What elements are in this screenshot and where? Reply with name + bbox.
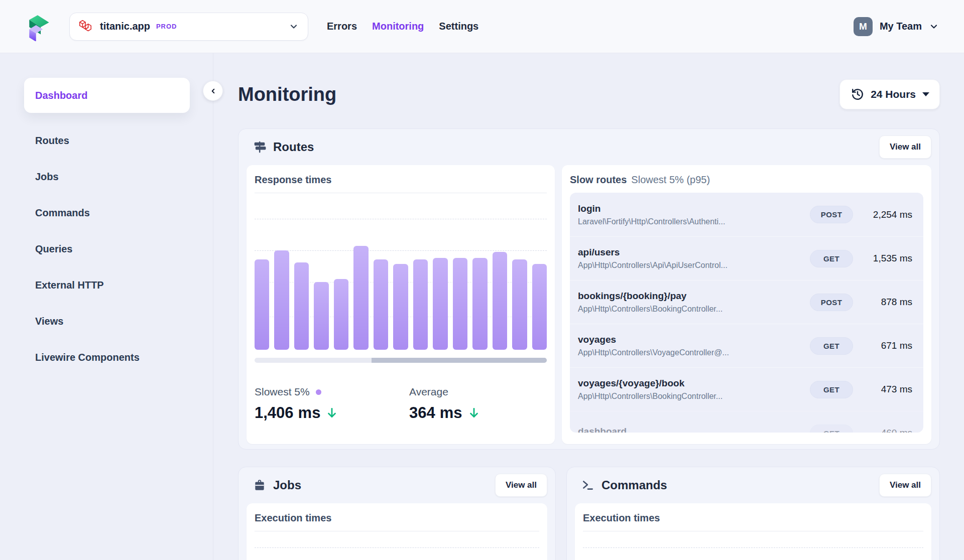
sidebar-item-external-http[interactable]: External HTTP [0,267,213,303]
slow-routes-card: Slow routes Slowest 5% (p95) login Larav… [562,165,931,444]
sidebar-item-queries[interactable]: Queries [0,231,213,267]
main-content: Monitoring 24 Hours Routes [213,53,964,560]
route-time: 460 ms [853,428,912,433]
chart-bar [453,258,467,350]
team-name: My Team [880,21,922,32]
jobs-execution-times-card: Execution times [247,503,547,560]
routes-panel: Routes View all Response times [238,128,940,450]
route-time: 671 ms [853,340,912,351]
slow-routes-title: Slow routes [570,174,627,186]
jobs-panel: Jobs View all Execution times [238,467,556,560]
method-badge: POST [810,294,853,311]
route-row[interactable]: bookings/{booking}/pay App\Http\Controll… [570,280,923,324]
team-menu[interactable]: M My Team [854,17,939,36]
page-title: Monitoring [238,84,336,105]
chart-scrollbar [255,358,547,363]
route-row[interactable]: voyages/{voyage}/book App\Http\Controlle… [570,367,923,411]
flare-logo-icon[interactable] [24,11,55,42]
average-stat: Average 364 ms [409,386,480,422]
route-row[interactable]: api/users App\Http\Controllers\Api\ApiUs… [570,236,923,280]
chart-bar [413,259,428,350]
trend-down-icon [467,406,480,419]
sidebar-item-jobs[interactable]: Jobs [0,159,213,195]
time-range-button[interactable]: 24 Hours [839,79,940,109]
chart-bar [393,264,408,350]
chart-bar [353,246,368,350]
chart-bar [255,259,269,350]
method-badge: GET [810,250,853,267]
chart-bar [274,250,289,350]
jobs-view-all-button[interactable]: View all [495,474,547,497]
nav-errors[interactable]: Errors [327,21,357,32]
divider [255,531,539,531]
commands-execution-times-card: Execution times [575,503,931,560]
chart-bar [472,258,487,350]
sidebar-item-dashboard[interactable]: Dashboard [24,78,190,113]
topbar: titanic.app PROD Errors Monitoring Setti… [0,0,964,53]
response-times-chart [255,199,547,350]
chart-bar [512,259,527,350]
commands-panel: Commands View all Execution times [566,467,940,560]
gridline [583,547,923,548]
sidebar-item-commands[interactable]: Commands [0,195,213,231]
commands-panel-title: Commands [601,478,667,492]
route-time: 2,254 ms [853,209,912,220]
sidebar: Dashboard Routes Jobs Commands Queries E… [0,53,213,560]
chart-scrollbar-thumb[interactable] [372,358,547,363]
avatar: M [854,17,873,36]
sidebar-item-label: Dashboard [35,90,87,101]
nav-monitoring[interactable]: Monitoring [372,21,424,32]
chart-bar [433,258,447,350]
chart-bar [374,259,388,350]
slowest-5-stat: Slowest 5% 1,406 ms [255,386,409,422]
sidebar-item-routes[interactable]: Routes [0,122,213,159]
chevron-left-icon [209,87,217,95]
series-marker-dot [316,389,321,395]
method-badge: GET [810,337,853,355]
route-time: 1,535 ms [853,253,912,264]
route-row[interactable]: dashboard GET 460 ms [570,411,923,433]
app-name: titanic.app [100,21,150,32]
jobs-panel-title: Jobs [273,478,301,492]
response-times-title: Response times [255,174,547,186]
terminal-icon [581,479,594,492]
chart-bar [334,279,348,350]
routes-panel-title: Routes [273,140,314,154]
divider [583,531,923,531]
execution-times-title: Execution times [583,512,923,524]
briefcase-icon [253,479,266,492]
sidebar-item-views[interactable]: Views [0,303,213,339]
method-badge: GET [810,381,853,398]
chevron-down-icon [289,22,299,32]
execution-times-title: Execution times [255,512,539,524]
route-row[interactable]: login Laravel\Fortify\Http\Controllers\A… [570,193,923,236]
history-icon [851,88,864,101]
gridline [255,547,539,548]
method-badge: GET [810,425,853,433]
sidebar-collapse-button[interactable] [203,81,223,101]
app-selector[interactable]: titanic.app PROD [69,13,308,41]
method-badge: POST [810,206,853,223]
main-nav: Errors Monitoring Settings [327,21,478,32]
route-row[interactable]: voyages App\Http\Controllers\VoyageContr… [570,324,923,367]
slow-routes-list: login Laravel\Fortify\Http\Controllers\A… [570,193,923,433]
commands-view-all-button[interactable]: View all [879,474,931,497]
slow-routes-subtitle: Slowest 5% (p95) [631,174,710,186]
chart-bar [493,252,507,350]
caret-down-icon [922,92,929,96]
divider [255,193,547,193]
chart-bar [314,282,328,350]
nav-settings[interactable]: Settings [439,21,478,32]
route-time: 878 ms [853,297,912,308]
chart-bar [294,262,309,350]
route-time: 473 ms [853,384,912,395]
chart-bar [532,264,547,350]
laravel-icon [78,19,93,34]
signpost-icon [253,141,266,154]
response-times-card: Response times [247,165,555,444]
sidebar-item-livewire-components[interactable]: Livewire Components [0,339,213,375]
trend-down-icon [325,406,338,419]
routes-view-all-button[interactable]: View all [879,135,931,159]
env-badge: PROD [156,23,177,30]
chevron-down-icon [929,22,939,32]
